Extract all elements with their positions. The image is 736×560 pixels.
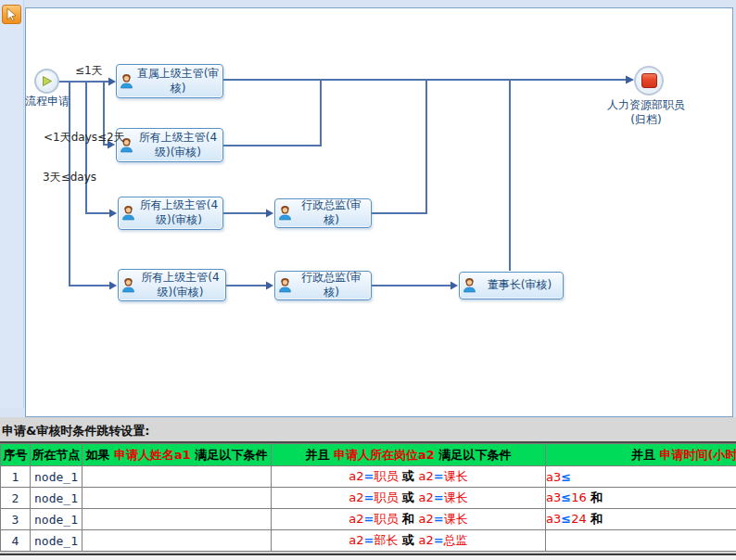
position-condition-cell[interactable]: a2=部长 或 a2=总监 — [272, 530, 546, 552]
row-number-cell: 3 — [1, 509, 31, 530]
condition-segment: 课长 — [444, 490, 468, 504]
condition-segment: 或 — [398, 533, 418, 547]
time-condition-cell[interactable]: a3≤ — [546, 466, 736, 488]
person-icon — [120, 74, 133, 89]
table-row[interactable]: 4node_1a2=部长 或 a2=总监 — [1, 530, 736, 552]
node-chairman[interactable]: 董事长(审核) — [459, 272, 564, 299]
condition-segment: = — [364, 512, 374, 526]
node-id-cell: node_1 — [31, 509, 82, 530]
condition-segment: 并且 — [631, 448, 660, 462]
condition-segment: a2 — [349, 512, 363, 526]
condition-segment: 申请时间(小时 — [660, 448, 736, 462]
condition-segment: 24 — [571, 512, 587, 526]
condition-segment: 职员 — [374, 490, 398, 504]
node-label: 所有上级主管(4级)(审核) — [138, 198, 220, 227]
position-condition-cell[interactable]: a2=职员 和 a2=课长 — [272, 509, 546, 530]
end-node[interactable] — [634, 66, 664, 95]
panel-bottom-strip — [0, 555, 736, 560]
name-condition-cell[interactable] — [82, 530, 272, 552]
condition-panel-title: 申请&审核时条件跳转设置: — [2, 423, 150, 439]
node-label: 所有上级主管(4级)(审核) — [136, 131, 220, 159]
node-id-cell: node_1 — [31, 530, 82, 552]
condition-segment: 申请人所在岗位a2 — [334, 448, 435, 462]
condition-segment: a2 — [349, 490, 363, 504]
node-all-supervisors-3[interactable]: 所有上级主管(4级)(审核) — [118, 269, 226, 301]
condition-segment: ≤ — [561, 512, 571, 526]
edge-label-1: ≤1天 — [75, 63, 103, 79]
edge-label-2: <1天days≤2天 — [44, 130, 125, 146]
condition-segment: ≤ — [561, 490, 571, 504]
select-tool-button[interactable] — [2, 5, 21, 24]
condition-segment: 部长 — [374, 533, 398, 547]
node-label: 所有上级主管(4级)(审核) — [138, 271, 222, 299]
condition-segment: = — [434, 512, 444, 526]
node-admin-director-1[interactable]: 行政总监(审核) — [274, 198, 372, 228]
condition-segment: 或 — [398, 490, 418, 504]
table-row[interactable]: 1node_1a2=职员 或 a2=课长a3≤ — [1, 466, 736, 488]
condition-segment: = — [364, 490, 374, 504]
person-icon — [278, 278, 292, 293]
position-condition-cell[interactable]: a2=职员 或 a2=课长 — [272, 466, 546, 488]
condition-segment: 和 — [587, 512, 603, 526]
time-condition-cell[interactable]: a3≤24 和 — [546, 509, 736, 530]
node-direct-supervisor[interactable]: 直属上级主管(审核) — [116, 64, 223, 98]
person-icon — [278, 206, 292, 221]
condition-segment: 和 — [398, 512, 418, 526]
condition-segment: a2 — [349, 533, 363, 547]
name-condition-cell[interactable] — [82, 488, 272, 509]
column-header: 序号 — [1, 444, 31, 466]
node-all-supervisors-2[interactable]: 所有上级主管(4级)(审核) — [118, 197, 223, 230]
condition-segment: 课长 — [444, 469, 468, 483]
node-label: 行政总监(审核) — [295, 198, 368, 227]
position-condition-cell[interactable]: a2=职员 或 a2=课长 — [272, 488, 546, 509]
condition-segment: a3 — [546, 490, 561, 504]
table-row[interactable]: 3node_1a2=职员 和 a2=课长a3≤24 和 — [1, 509, 736, 530]
condition-segment: = — [434, 533, 444, 547]
node-all-supervisors-1[interactable]: 所有上级主管(4级)(审核) — [116, 128, 223, 162]
start-node-label: 流程申请 — [23, 94, 71, 109]
cursor-arrow-icon — [6, 7, 18, 21]
name-condition-cell[interactable] — [82, 466, 272, 488]
start-node[interactable] — [34, 69, 59, 94]
condition-segment: 或 — [398, 469, 418, 483]
time-condition-cell[interactable]: a3≤16 和 — [546, 488, 736, 509]
condition-segment: 满足以下条件 — [191, 448, 268, 462]
condition-table: 序号所在节点如果 申请人姓名a1 满足以下条件并且 申请人所在岗位a2 满足以下… — [0, 443, 736, 552]
condition-segment: 职员 — [374, 512, 398, 526]
edge-label-3: 3天≤days — [43, 170, 96, 185]
condition-segment: 总监 — [444, 533, 468, 547]
condition-segment: 序号 — [4, 448, 28, 462]
condition-segment: a3 — [546, 470, 561, 484]
condition-segment: a2 — [419, 533, 434, 547]
node-label: 董事长(审核) — [479, 278, 560, 293]
time-condition-cell[interactable] — [546, 530, 736, 552]
condition-segment: a2 — [419, 469, 434, 483]
table-row[interactable]: 2node_1a2=职员 或 a2=课长a3≤16 和 — [1, 488, 736, 509]
condition-segment: = — [364, 533, 374, 547]
condition-segment: a3 — [546, 512, 561, 526]
end-node-label: 人力资源部职员(归档) — [603, 98, 690, 127]
node-id-cell: node_1 — [31, 466, 82, 488]
condition-segment: 如果 — [86, 448, 115, 462]
row-number-cell: 1 — [1, 466, 31, 488]
condition-segment: = — [364, 469, 374, 483]
condition-segment: 所在节点 — [32, 448, 81, 462]
table-header-row: 序号所在节点如果 申请人姓名a1 满足以下条件并且 申请人所在岗位a2 满足以下… — [1, 444, 736, 466]
designer-tool-strip — [0, 0, 24, 408]
name-condition-cell[interactable] — [82, 509, 272, 530]
node-admin-director-2[interactable]: 行政总监(审核) — [274, 271, 372, 300]
condition-segment: = — [434, 490, 444, 504]
condition-segment: 和 — [587, 490, 603, 504]
condition-segment: 并且 — [306, 448, 335, 462]
column-header: 所在节点 — [31, 444, 82, 466]
column-header: 并且 申请时间(小时 — [546, 444, 736, 466]
row-number-cell: 2 — [1, 488, 31, 509]
condition-segment: a2 — [419, 512, 434, 526]
condition-segment: ≤ — [561, 470, 571, 484]
node-label: 行政总监(审核) — [295, 271, 368, 299]
play-icon — [41, 75, 53, 87]
condition-segment: 职员 — [374, 469, 398, 483]
person-icon — [121, 278, 135, 293]
condition-segment: 16 — [571, 490, 587, 504]
row-number-cell: 4 — [1, 530, 31, 552]
